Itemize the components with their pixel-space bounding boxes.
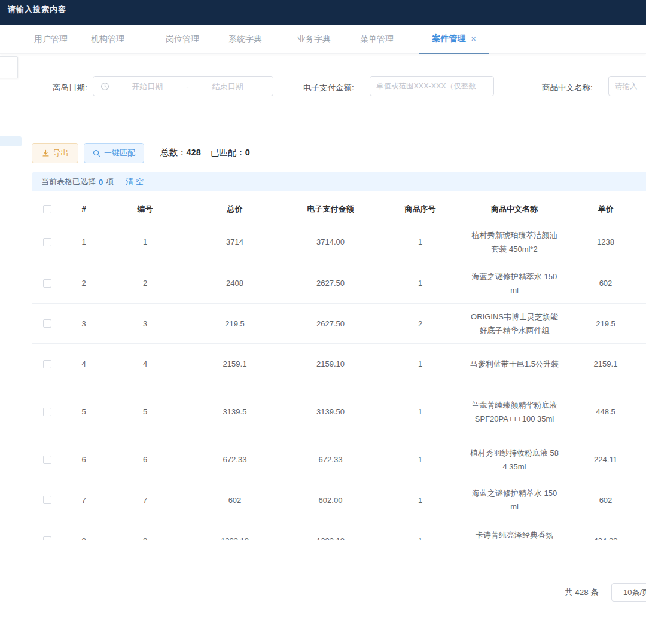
cell-unit-price: 434.39 — [565, 536, 646, 541]
cell-index: 8 — [63, 536, 105, 541]
cell-paid: 1303.18 — [284, 536, 377, 541]
case-product-table: # 编号 总价 电子支付金额 商品序号 商品中文名称 单价 1 1 3714 3… — [32, 197, 646, 540]
tab-5[interactable]: 业务字典 — [297, 25, 331, 54]
match-stats: 总数：428 已匹配：0 — [160, 147, 250, 158]
row-checkbox[interactable] — [43, 536, 51, 540]
tab-7[interactable]: 案件管理× — [419, 25, 489, 54]
page-size-select[interactable]: 10条/页 — [611, 583, 646, 602]
cell-unit-price: 219.5 — [565, 319, 646, 328]
cell-index: 4 — [63, 359, 105, 368]
cell-product-name: 植村秀羽纱持妆粉底液 584 35ml — [464, 441, 565, 478]
tab-1[interactable]: 用户管理 — [34, 25, 68, 54]
tab-label: 案件管理 — [432, 33, 465, 44]
table-row: 7 7 602 602.00 1 海蓝之谜修护精萃水 150ml 602 — [32, 480, 646, 520]
tab-label: 菜单管理 — [360, 34, 394, 45]
total-label: 总数： — [160, 148, 187, 157]
cell-unit-price: 602 — [565, 496, 646, 505]
table-row: 6 6 672.33 672.33 1 植村秀羽纱持妆粉底液 584 35ml … — [32, 439, 646, 480]
download-icon — [42, 149, 50, 157]
select-all-checkbox[interactable] — [43, 205, 51, 213]
cell-product-name: 马爹利蓝带干邑1.5公升装 — [464, 352, 565, 376]
match-button-label: 一键匹配 — [104, 148, 135, 158]
cell-code: 7 — [105, 496, 185, 505]
row-checkbox[interactable] — [43, 360, 51, 368]
matched-label: 已匹配： — [211, 148, 245, 157]
cell-index: 1 — [63, 237, 105, 246]
tab-4[interactable]: 系统字典 — [228, 25, 262, 54]
tab-3[interactable]: 岗位管理 — [166, 25, 199, 54]
cell-seq: 1 — [377, 496, 464, 505]
cell-unit-price: 448.5 — [565, 407, 646, 416]
tab-label: 岗位管理 — [166, 34, 199, 45]
cell-unit-price: 224.11 — [565, 455, 646, 464]
cell-code: 2 — [105, 279, 185, 288]
cell-seq: 1 — [377, 407, 464, 416]
cell-code: 4 — [105, 359, 185, 368]
export-button[interactable]: 导出 — [32, 143, 78, 163]
close-icon[interactable]: × — [471, 35, 476, 43]
amount-input[interactable] — [370, 76, 494, 96]
table-header-row: # 编号 总价 电子支付金额 商品序号 商品中文名称 单价 — [32, 197, 646, 221]
table-row: 3 3 219.5 2627.50 2 ORIGINS韦博士灵芝焕能好底子精华水… — [32, 304, 646, 344]
cell-seq: 2 — [377, 319, 464, 328]
cell-paid: 2159.10 — [284, 359, 377, 368]
tab-2[interactable]: 机构管理 — [91, 25, 124, 54]
tab-6[interactable]: 菜单管理 — [360, 25, 394, 54]
cell-seq: 1 — [377, 536, 464, 541]
cell-product-name: 兰蔻菁纯臻颜精华粉底液SPF20PA+++100 35ml — [464, 393, 565, 431]
product-name-filter-label: 商品中文名称: — [542, 83, 593, 93]
col-header-code: 编号 — [105, 204, 185, 215]
cell-paid: 2627.50 — [284, 279, 377, 288]
total-value: 428 — [187, 148, 201, 157]
cell-product-name: 海蓝之谜修护精萃水 150ml — [464, 481, 565, 518]
cell-paid: 2627.50 — [284, 319, 377, 328]
start-date-input[interactable] — [109, 82, 185, 91]
cell-seq: 1 — [377, 237, 464, 246]
tab-label: 机构管理 — [91, 34, 124, 45]
row-checkbox[interactable] — [43, 238, 51, 246]
row-checkbox[interactable] — [43, 456, 51, 464]
product-name-input[interactable] — [608, 76, 646, 96]
row-checkbox[interactable] — [43, 408, 51, 416]
table-body: 1 1 3714 3714.00 1 植村秀新琥珀臻萃洁颜油套装 450ml*2… — [32, 221, 646, 540]
tab-bar: 用户管理机构管理岗位管理系统字典业务字典菜单管理案件管理× — [0, 25, 646, 54]
cell-code: 3 — [105, 319, 185, 328]
one-click-match-button[interactable]: 一键匹配 — [84, 143, 144, 163]
cell-product-name: 海蓝之谜修护精萃水 150ml — [464, 265, 565, 302]
col-header-seq: 商品序号 — [377, 204, 464, 215]
row-checkbox[interactable] — [43, 279, 51, 288]
col-header-name: 商品中文名称 — [464, 197, 565, 221]
date-filter-label: 离岛日期: — [53, 83, 87, 93]
cell-unit-price: 2159.1 — [565, 359, 646, 368]
date-range-picker[interactable]: - — [93, 76, 273, 96]
cell-product-name: 卡诗菁纯亮泽经典香氛 — [464, 520, 565, 540]
cell-code: 5 — [105, 407, 185, 416]
cell-paid: 3139.50 — [284, 407, 377, 416]
cell-unit-price: 1238 — [565, 237, 646, 246]
cell-seq: 1 — [377, 455, 464, 464]
amount-filter-label: 电子支付金额: — [303, 83, 354, 93]
cell-index: 7 — [63, 496, 105, 505]
table-row: 1 1 3714 3714.00 1 植村秀新琥珀臻萃洁颜油套装 450ml*2… — [32, 221, 646, 263]
tab-label: 用户管理 — [34, 34, 68, 45]
col-header-paid: 电子支付金额 — [284, 204, 377, 215]
row-checkbox[interactable] — [43, 319, 51, 328]
table-row: 2 2 2408 2627.50 1 海蓝之谜修护精萃水 150ml 602 — [32, 263, 646, 304]
clipped-side-panel — [0, 56, 18, 78]
col-header-unit: 单价 — [565, 204, 646, 215]
top-navbar: 请输入搜索内容 — [0, 0, 646, 25]
row-checkbox[interactable] — [43, 496, 51, 504]
col-header-index: # — [63, 205, 105, 213]
clear-selection-link[interactable]: 清空 — [126, 176, 146, 187]
clock-icon — [100, 82, 109, 91]
tab-label: 系统字典 — [228, 34, 262, 45]
col-header-total: 总价 — [185, 204, 284, 215]
cell-total: 1303.18 — [185, 536, 284, 541]
cell-code: 6 — [105, 455, 185, 464]
end-date-input[interactable] — [190, 82, 266, 91]
global-search-input[interactable]: 请输入搜索内容 — [8, 4, 66, 15]
cell-index: 3 — [63, 319, 105, 328]
table-row: 8 8 1303.18 1303.18 1 卡诗菁纯亮泽经典香氛 434.39 — [32, 520, 646, 540]
cell-total: 672.33 — [185, 455, 284, 464]
cell-index: 6 — [63, 455, 105, 464]
